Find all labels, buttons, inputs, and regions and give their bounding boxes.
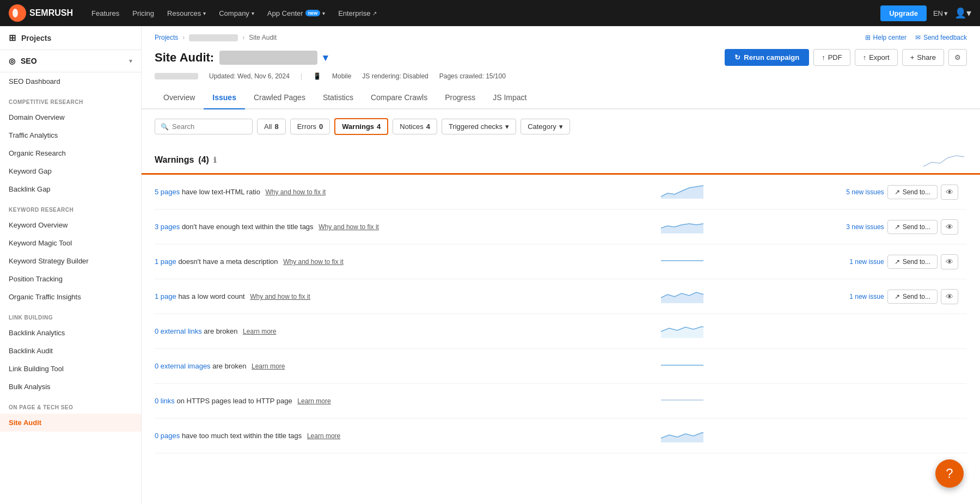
sidebar-item-backlink-analytics[interactable]: Backlink Analytics bbox=[0, 324, 141, 342]
projects-label: Projects bbox=[21, 34, 51, 42]
chevron-down-icon: ▾ bbox=[505, 122, 509, 131]
sidebar-item-traffic-analytics[interactable]: Traffic Analytics bbox=[0, 126, 141, 144]
filter-errors[interactable]: Errors 0 bbox=[290, 119, 330, 134]
logo[interactable]: SEMRUSH bbox=[9, 4, 73, 22]
eye-icon: 👁 bbox=[946, 257, 953, 266]
nav-resources[interactable]: Resources ▾ bbox=[162, 6, 211, 21]
sidebar-item-projects[interactable]: ⊞ Projects bbox=[0, 26, 141, 50]
filter-all[interactable]: All 8 bbox=[257, 119, 286, 134]
issue-chart bbox=[642, 244, 723, 279]
issue-chart bbox=[642, 314, 723, 349]
settings-button[interactable]: ⚙ bbox=[948, 49, 967, 66]
language-selector[interactable]: EN ▾ bbox=[933, 9, 948, 17]
search-box[interactable]: 🔍 bbox=[155, 119, 253, 134]
nav-pricing[interactable]: Pricing bbox=[127, 6, 160, 21]
fix-link[interactable]: Learn more bbox=[297, 397, 330, 405]
issue-link[interactable]: 1 page bbox=[155, 257, 176, 266]
meta-bar: Updated: Wed, Nov 6, 2024 | 📱 Mobile JS … bbox=[142, 72, 980, 87]
tab-js-impact[interactable]: JS Impact bbox=[484, 87, 535, 109]
help-icon: ⊞ bbox=[865, 34, 871, 41]
help-center-link[interactable]: ⊞ Help center bbox=[865, 34, 906, 41]
sidebar-item-seo-dashboard[interactable]: SEO Dashboard bbox=[0, 72, 141, 90]
title-dropdown-icon[interactable]: ▾ bbox=[323, 52, 328, 64]
nav-app-center[interactable]: App Center new ▾ bbox=[262, 6, 330, 21]
issue-link[interactable]: 0 links bbox=[155, 397, 175, 405]
sidebar-item-keyword-magic-tool[interactable]: Keyword Magic Tool bbox=[0, 234, 141, 252]
help-fab-button[interactable]: ? bbox=[935, 459, 964, 488]
eye-button[interactable]: 👁 bbox=[941, 219, 958, 235]
new-issues-badge: 5 new issues bbox=[846, 188, 884, 196]
issue-link[interactable]: 1 page bbox=[155, 292, 176, 300]
fix-link[interactable]: Why and how to fix it bbox=[266, 188, 326, 196]
info-icon[interactable]: ℹ bbox=[213, 156, 216, 164]
sidebar-item-keyword-overview[interactable]: Keyword Overview bbox=[0, 216, 141, 234]
sidebar-item-keyword-strategy-builder[interactable]: Keyword Strategy Builder bbox=[0, 252, 141, 270]
export-button[interactable]: ↑ Export bbox=[855, 49, 898, 66]
tab-statistics[interactable]: Statistics bbox=[314, 87, 362, 109]
eye-icon: 👁 bbox=[946, 223, 953, 231]
sidebar-item-organic-research[interactable]: Organic Research bbox=[0, 144, 141, 162]
eye-button[interactable]: 👁 bbox=[941, 185, 958, 200]
tab-compare-crawls[interactable]: Compare Crawls bbox=[362, 87, 436, 109]
sidebar-item-link-building-tool[interactable]: Link Building Tool bbox=[0, 360, 141, 378]
sidebar-item-backlink-gap[interactable]: Backlink Gap bbox=[0, 180, 141, 198]
send-icon: ↗ bbox=[895, 258, 900, 266]
nav-company[interactable]: Company ▾ bbox=[213, 6, 260, 21]
nav-enterprise[interactable]: Enterprise ↗ bbox=[333, 6, 382, 21]
filter-notices[interactable]: Notices 4 bbox=[393, 119, 437, 134]
tab-crawled-pages[interactable]: Crawled Pages bbox=[245, 87, 314, 109]
section-sparkline bbox=[923, 151, 967, 169]
fix-link[interactable]: Why and how to fix it bbox=[250, 293, 310, 300]
eye-button[interactable]: 👁 bbox=[941, 289, 958, 304]
tab-progress[interactable]: Progress bbox=[436, 87, 484, 109]
nav-right-actions: Upgrade EN ▾ 👤▾ bbox=[880, 5, 971, 21]
issue-link[interactable]: 3 pages bbox=[155, 223, 180, 231]
send-feedback-link[interactable]: ✉ Send feedback bbox=[915, 34, 967, 41]
tab-overview[interactable]: Overview bbox=[155, 87, 204, 109]
filter-warnings[interactable]: Warnings 4 bbox=[334, 118, 388, 135]
sidebar-item-domain-overview[interactable]: Domain Overview bbox=[0, 108, 141, 126]
user-menu[interactable]: 👤▾ bbox=[954, 7, 971, 19]
nav-features[interactable]: Features bbox=[86, 6, 125, 21]
chevron-down-icon: ▾ bbox=[322, 10, 325, 16]
send-icon: ↗ bbox=[895, 188, 900, 196]
issue-link[interactable]: 0 external links bbox=[155, 327, 202, 335]
upgrade-button[interactable]: Upgrade bbox=[880, 5, 927, 21]
share-icon: + bbox=[910, 53, 915, 62]
issue-chart bbox=[642, 279, 723, 314]
nav-items: Features Pricing Resources ▾ Company ▾ A… bbox=[86, 6, 867, 21]
send-to-button[interactable]: ↗ Send to... bbox=[887, 220, 938, 234]
triggered-checks-dropdown[interactable]: Triggered checks ▾ bbox=[442, 119, 516, 134]
search-input[interactable] bbox=[172, 122, 237, 131]
page-header: Site Audit: ▾ ↻ Rerun campaign ↑ PDF ↑ E… bbox=[142, 45, 980, 72]
share-button[interactable]: + Share bbox=[902, 49, 944, 66]
device-label: Mobile bbox=[332, 72, 351, 80]
fix-link[interactable]: Why and how to fix it bbox=[318, 223, 379, 231]
breadcrumb-projects[interactable]: Projects bbox=[155, 34, 178, 41]
category-dropdown[interactable]: Category ▾ bbox=[520, 119, 570, 134]
sidebar-item-backlink-audit[interactable]: Backlink Audit bbox=[0, 342, 141, 360]
sidebar-item-bulk-analysis[interactable]: Bulk Analysis bbox=[0, 378, 141, 396]
send-icon: ↗ bbox=[895, 293, 900, 300]
breadcrumb-domain bbox=[189, 34, 238, 41]
sidebar-item-position-tracking[interactable]: Position Tracking bbox=[0, 270, 141, 288]
send-to-button[interactable]: ↗ Send to... bbox=[887, 290, 938, 304]
sidebar-item-organic-traffic-insights[interactable]: Organic Traffic Insights bbox=[0, 288, 141, 306]
send-to-button[interactable]: ↗ Send to... bbox=[887, 185, 938, 199]
tab-issues[interactable]: Issues bbox=[204, 87, 245, 109]
fix-link[interactable]: Why and how to fix it bbox=[283, 258, 344, 266]
sidebar-seo-section[interactable]: ◎ SEO ▾ bbox=[0, 50, 141, 72]
issue-link[interactable]: 0 external images bbox=[155, 362, 211, 370]
table-row: 1 page has a low word count Why and how … bbox=[155, 279, 967, 314]
fix-link[interactable]: Learn more bbox=[252, 362, 285, 370]
eye-button[interactable]: 👁 bbox=[941, 254, 958, 269]
rerun-campaign-button[interactable]: ↻ Rerun campaign bbox=[725, 49, 809, 66]
pdf-button[interactable]: ↑ PDF bbox=[813, 49, 850, 66]
sidebar-item-site-audit[interactable]: Site Audit bbox=[0, 414, 141, 432]
fix-link[interactable]: Learn more bbox=[307, 432, 340, 440]
issue-link[interactable]: 5 pages bbox=[155, 188, 180, 196]
issue-link[interactable]: 0 pages bbox=[155, 432, 180, 440]
sidebar-item-keyword-gap[interactable]: Keyword Gap bbox=[0, 162, 141, 180]
send-to-button[interactable]: ↗ Send to... bbox=[887, 255, 938, 269]
fix-link[interactable]: Learn more bbox=[243, 328, 276, 335]
